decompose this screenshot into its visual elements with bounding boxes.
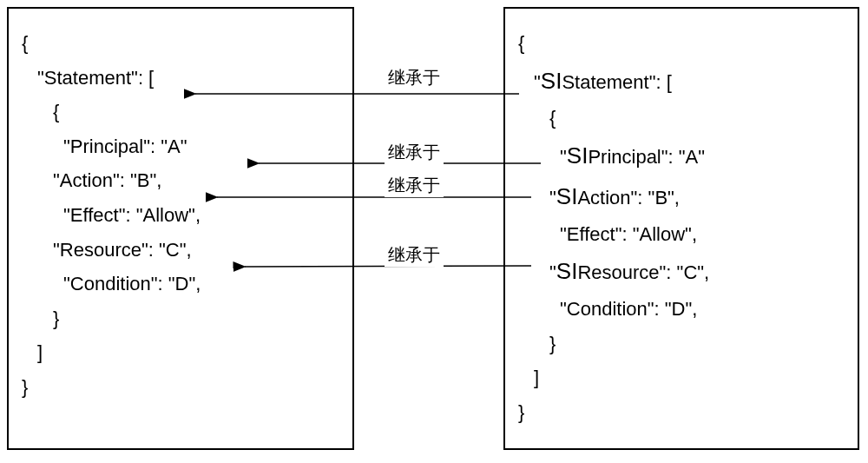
left-line-principal: "Principal": "A"	[22, 129, 339, 164]
si-prefix-resource: SI	[556, 258, 578, 284]
left-line-statement: "Statement": [	[22, 61, 339, 96]
right-quote: "	[534, 71, 541, 93]
left-line-inner-open: {	[22, 95, 339, 129]
right-quote: "	[549, 261, 556, 283]
left-line-inner-close: }	[22, 301, 339, 336]
right-line-action: "SIAction": "B",	[518, 176, 845, 217]
left-line-condition: "Condition": "D",	[22, 267, 339, 301]
left-line-close-brace: }	[22, 370, 339, 405]
right-quote: "	[560, 146, 567, 168]
left-line-effect: "Effect": "Allow",	[22, 198, 339, 233]
arrow-label-action: 继承于	[385, 174, 444, 197]
right-line-effect: "Effect": "Allow",	[518, 217, 845, 252]
right-line-inner-close: }	[518, 327, 845, 361]
right-line-array-close: ]	[518, 360, 845, 395]
arrow-label-principal: 继承于	[385, 141, 444, 164]
right-line-principal: "SIPrincipal": "A"	[518, 136, 845, 176]
arrow-label-statement: 继承于	[385, 66, 444, 89]
right-line-statement: "SIStatement": [	[518, 61, 845, 102]
left-line-array-close: ]	[22, 335, 339, 370]
right-statement-rest: Statement": [	[562, 71, 671, 93]
right-action-rest: Action": "B",	[577, 187, 680, 208]
right-json-box: { "SIStatement": [ { "SIPrincipal": "A" …	[503, 7, 859, 450]
left-line-action: "Action": "B",	[22, 163, 339, 198]
right-line-close-brace: }	[518, 395, 845, 430]
arrow-label-resource: 继承于	[385, 243, 444, 267]
si-prefix-principal: SI	[567, 142, 589, 169]
left-line-resource: "Resource": "C",	[22, 233, 339, 268]
left-line-open-brace: {	[22, 26, 339, 61]
right-quote: "	[549, 187, 556, 208]
right-resource-rest: Resource": "C",	[577, 261, 709, 283]
left-json-box: { "Statement": [ { "Principal": "A" "Act…	[7, 7, 354, 450]
right-line-resource: "SIResource": "C",	[518, 251, 845, 292]
si-prefix-action: SI	[556, 183, 578, 209]
right-line-condition: "Condition": "D",	[518, 292, 845, 327]
si-prefix-statement: SI	[541, 68, 562, 94]
right-line-inner-open: {	[518, 101, 845, 136]
right-principal-rest: Principal": "A"	[588, 146, 705, 168]
right-line-open-brace: {	[518, 26, 845, 61]
